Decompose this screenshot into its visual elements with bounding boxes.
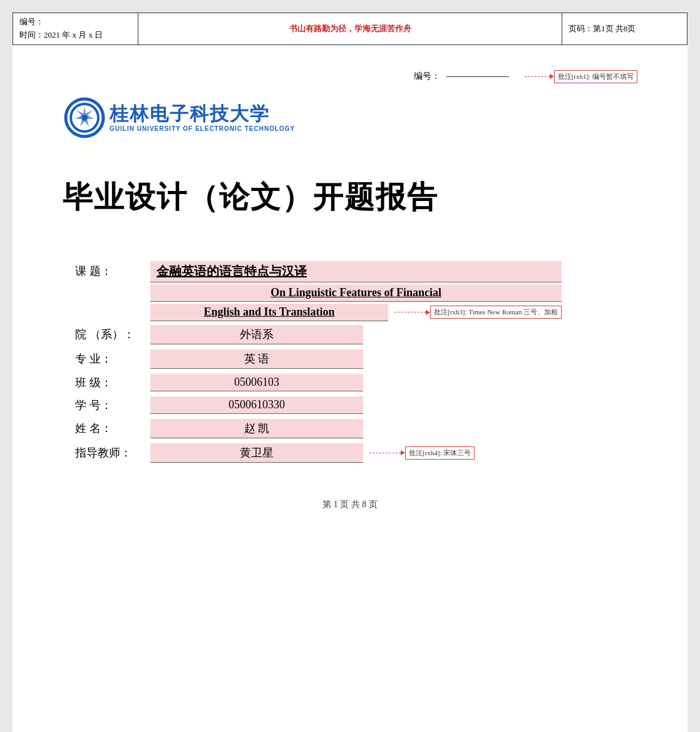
class-row: 班 级： 05006103 [75, 374, 637, 391]
student-id-value: 0500610330 [150, 396, 363, 414]
class-value: 05006103 [150, 374, 363, 391]
annot-rx3-container: 批注[rxh3]: Times New Roman 三号、加粗 [394, 306, 562, 319]
header-left-cell: 编号： 时间：2021 年 x 月 x 日 [13, 13, 138, 45]
annot-rx4-arrow [401, 450, 405, 455]
page-footer: 第 1 页 共 8 页 [63, 499, 637, 510]
main-title: 毕业设计（论文）开题报告 [63, 177, 637, 217]
advisor-label: 指导教师： [75, 445, 150, 460]
bianhao-label: 编号： [414, 71, 440, 82]
major-row: 专 业： 英 语 [75, 349, 637, 369]
page: 编号： 时间：2021 年 x 月 x 日 书山有路勤为径，学海无涯苦作舟 页码… [13, 13, 687, 732]
class-label: 班 级： [75, 375, 150, 390]
annot-rx4-container: 批注[rxh4]: 宋体三号 [369, 446, 475, 460]
dept-value: 外语系 [150, 325, 363, 344]
annot-line-bianhao [525, 76, 550, 77]
dept-label: 院 （系）： [75, 327, 150, 342]
university-name-cn: 桂林电子科技大学 [110, 103, 295, 125]
svg-point-5 [81, 115, 88, 121]
course-en-line2-row: English and Its Translation 批注[rxh3]: Ti… [150, 304, 562, 321]
student-id-row: 学 号： 0500610330 [75, 396, 637, 414]
form-section: 课 题： 金融英语的语言特点与汉译 On Linguistic Features… [63, 261, 637, 468]
header-slogan: 书山有路勤为径，学海无涯苦作舟 [138, 13, 562, 45]
university-name-en: GUILIN UNIVERSITY OF ELECTRONIC TECHNOLO… [110, 125, 295, 132]
footer-page-text: 第 1 页 共 8 页 [322, 500, 378, 509]
course-en-line2: English and Its Translation [150, 304, 388, 321]
annot-rx3-line [394, 312, 426, 312]
name-label: 姓 名： [75, 421, 150, 436]
name-row: 姓 名： 赵 凯 [75, 419, 637, 438]
advisor-row: 指导教师： 黄卫星 批注[rxh4]: 宋体三号 [75, 443, 637, 463]
annot-rx4-line [369, 453, 401, 453]
course-en-line1: On Linguistic Features of Financial [150, 284, 562, 302]
university-text-area: 桂林电子科技大学 GUILIN UNIVERSITY OF ELECTRONIC… [110, 103, 295, 132]
annot-arrow-bianhao [550, 74, 554, 79]
header-page: 页码：第1页 共8页 [562, 13, 687, 45]
svg-text:★: ★ [83, 135, 86, 138]
advisor-value: 黄卫星 [150, 443, 363, 463]
annot-rx3-box: 批注[rxh3]: Times New Roman 三号、加粗 [430, 306, 562, 319]
bianhao-field[interactable] [446, 76, 509, 77]
course-label: 课 题： [75, 261, 150, 279]
name-value: 赵 凯 [150, 419, 363, 438]
course-cn-value: 金融英语的语言特点与汉译 [150, 261, 562, 282]
bianhao-annotation: 批注[rxh1]: 编号暂不填写 [554, 70, 637, 83]
header-bianhao: 编号： [19, 16, 131, 29]
course-row: 课 题： 金融英语的语言特点与汉译 On Linguistic Features… [75, 261, 637, 321]
header-date: 时间：2021 年 x 月 x 日 [19, 29, 131, 42]
university-emblem: ★ [63, 96, 106, 140]
dept-row: 院 （系）： 外语系 [75, 325, 637, 344]
university-logo-area: ★ 桂林电子科技大学 GUILIN UNIVERSITY OF ELECTRON… [63, 96, 637, 140]
annot-rx3-arrow [426, 310, 430, 315]
major-label: 专 业： [75, 351, 150, 366]
annot-rx4-box: 批注[rxh4]: 宋体三号 [405, 446, 475, 460]
major-value: 英 语 [150, 349, 363, 369]
course-values: 金融英语的语言特点与汉译 On Linguistic Features of F… [150, 261, 562, 321]
main-content: 编号： 批注[rxh1]: 编号暂不填写 ★ [13, 45, 687, 535]
header-table: 编号： 时间：2021 年 x 月 x 日 书山有路勤为径，学海无涯苦作舟 页码… [13, 13, 687, 45]
student-id-label: 学 号： [75, 398, 150, 413]
bianhao-row: 编号： 批注[rxh1]: 编号暂不填写 [63, 70, 637, 83]
